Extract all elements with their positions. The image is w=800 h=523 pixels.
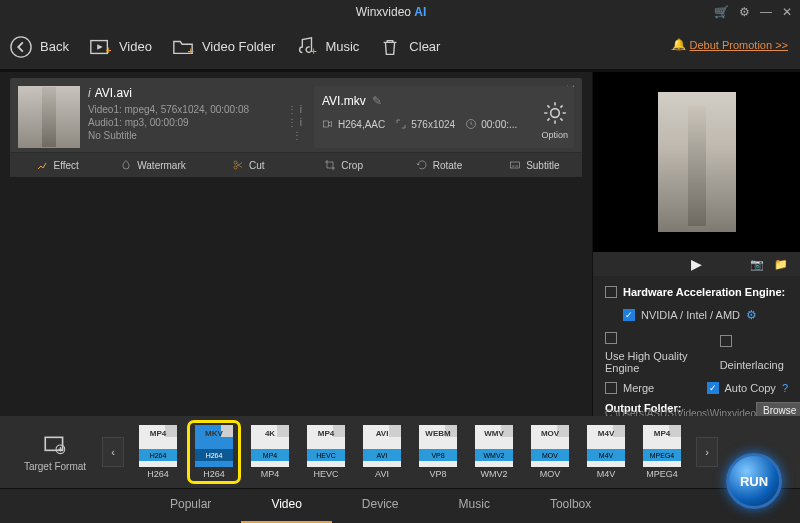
svg-rect-5 <box>324 121 329 127</box>
add-music-button[interactable]: + Music <box>295 36 359 58</box>
format-list: MP4H264H264MKVH264H2644KMP4MP4MP4HEVCHEV… <box>136 425 684 479</box>
svg-text:+: + <box>188 45 194 57</box>
title-bar: Winxvideo AI 🛒 ⚙ — ✕ <box>0 0 800 24</box>
cart-icon[interactable]: 🛒 <box>714 5 729 19</box>
deint-label: Deinterlacing <box>720 359 784 371</box>
target-format-icon <box>40 433 70 459</box>
format-mpeg4-mp4[interactable]: MP4MPEG4MPEG4 <box>640 425 684 479</box>
format-mp4-4k[interactable]: 4KMP4MP4 <box>248 425 292 479</box>
rename-icon[interactable]: ✎ <box>372 94 382 108</box>
open-folder-icon[interactable]: 📁 <box>774 258 788 271</box>
video-preview <box>593 72 800 252</box>
main-toolbar: Back + Video + Video Folder + Music Clea… <box>0 24 800 72</box>
video-label: Video <box>119 39 152 54</box>
video-folder-label: Video Folder <box>202 39 275 54</box>
subtitle-button[interactable]: Subtitle <box>487 153 582 177</box>
effect-button[interactable]: Effect <box>10 153 105 177</box>
hw-vendor-checkbox[interactable]: ✓ <box>623 309 635 321</box>
tab-device[interactable]: Device <box>332 489 429 523</box>
folder-icon: + <box>172 36 194 58</box>
bell-icon: 🔔 <box>672 38 686 51</box>
hw-accel-checkbox[interactable] <box>605 286 617 298</box>
close-button[interactable]: ✕ <box>782 5 792 19</box>
target-format-button[interactable]: Target Format <box>20 433 90 472</box>
format-h264-mp4[interactable]: MP4H264H264 <box>136 425 180 479</box>
help-icon[interactable]: ? <box>782 382 788 394</box>
edit-subtitle-icon[interactable]: ⋮ <box>292 130 302 141</box>
file-name: AVI.avi <box>95 86 132 100</box>
format-scroll-left[interactable]: ‹ <box>102 437 124 467</box>
rotate-button[interactable]: Rotate <box>391 153 486 177</box>
target-format-label: Target Format <box>20 461 90 472</box>
hq-label: Use High Quality Engine <box>605 350 720 374</box>
format-scroll-right[interactable]: › <box>696 437 718 467</box>
output-duration: 00:00:... <box>465 118 517 130</box>
codec-options-button[interactable]: Option <box>541 100 568 140</box>
svg-text:+: + <box>311 45 317 57</box>
add-video-button[interactable]: + Video <box>89 36 152 58</box>
play-icon[interactable]: ▶ <box>691 256 702 272</box>
run-button[interactable]: RUN <box>726 453 782 509</box>
tab-popular[interactable]: Popular <box>140 489 241 523</box>
file-thumbnail <box>18 86 80 148</box>
svg-point-7 <box>550 109 559 118</box>
preview-playbar: ▶ 📷 📁 <box>593 252 800 276</box>
format-bar: Target Format ‹ MP4H264H264MKVH264H2644K… <box>0 416 800 523</box>
autocopy-checkbox[interactable]: ✓ <box>707 382 719 394</box>
subtitle-info: No Subtitle <box>88 130 137 141</box>
svg-point-0 <box>11 36 31 56</box>
format-hevc-mp4[interactable]: MP4HEVCHEVC <box>304 425 348 479</box>
hw-vendor-label: NVIDIA / Intel / AMD <box>641 309 740 321</box>
edit-video-stream-icon[interactable]: ⋮ i <box>287 104 302 115</box>
tab-toolbox[interactable]: Toolbox <box>520 489 621 523</box>
video-icon: + <box>89 36 111 58</box>
crop-button[interactable]: Crop <box>296 153 391 177</box>
format-category-tabs: Popular Video Device Music Toolbox <box>0 488 800 523</box>
svg-rect-10 <box>511 162 520 168</box>
clear-button[interactable]: Clear <box>379 36 440 58</box>
hw-accel-label: Hardware Acceleration Engine: <box>623 286 785 298</box>
watermark-button[interactable]: Watermark <box>105 153 200 177</box>
format-avi-avi[interactable]: AVIAVIAVI <box>360 425 404 479</box>
snapshot-icon[interactable]: 📷 <box>750 258 764 271</box>
format-mov-mov[interactable]: MOVMOVMOV <box>528 425 572 479</box>
autocopy-label: Auto Copy <box>725 382 776 394</box>
audio-stream-info: Audio1: mp3, 00:00:09 <box>88 117 189 128</box>
tab-video[interactable]: Video <box>241 489 331 523</box>
music-icon: + <box>295 36 317 58</box>
promo-link[interactable]: 🔔 Debut Promotion >> <box>672 38 788 51</box>
edit-tools-bar: Effect Watermark Cut Crop Rotate Subtitl… <box>10 152 582 177</box>
cut-button[interactable]: Cut <box>201 153 296 177</box>
info-icon: i <box>88 86 91 100</box>
output-resolution: 576x1024 <box>395 118 455 130</box>
edit-audio-stream-icon[interactable]: ⋮ i <box>287 117 302 128</box>
music-label: Music <box>325 39 359 54</box>
back-button[interactable]: Back <box>10 36 69 58</box>
file-card[interactable]: ✕ i AVI.avi Video1: mpeg4, 576x1024, 00:… <box>10 78 582 177</box>
output-folder-path: C:\Users\ASUS\Videos\Winxvideo AI <box>605 408 756 416</box>
back-label: Back <box>40 39 69 54</box>
format-h264-mkv[interactable]: MKVH264H264 <box>192 425 236 479</box>
preview-image <box>658 92 736 232</box>
app-title: Winxvideo AI <box>68 5 714 19</box>
browse-button[interactable]: Browse <box>756 402 800 416</box>
option-label: Option <box>541 130 568 140</box>
deint-checkbox[interactable] <box>720 335 732 347</box>
format-vp8-webm[interactable]: WEBMVP8VP8 <box>416 425 460 479</box>
file-meta: i AVI.avi Video1: mpeg4, 576x1024, 00:00… <box>88 86 306 148</box>
settings-gear-icon[interactable]: ⚙ <box>739 5 750 19</box>
trash-icon <box>379 36 401 58</box>
output-filename: AVI.mkv <box>322 94 366 108</box>
hq-checkbox[interactable] <box>605 332 617 344</box>
tab-music[interactable]: Music <box>429 489 520 523</box>
format-wmv2-wmv[interactable]: WMVWMV2WMV2 <box>472 425 516 479</box>
add-video-folder-button[interactable]: + Video Folder <box>172 36 275 58</box>
preview-panel: ▶ 📷 📁 Hardware Acceleration Engine: ✓ NV… <box>592 72 800 416</box>
hw-settings-icon[interactable]: ⚙ <box>746 308 757 322</box>
format-m4v-m4v[interactable]: M4VM4VM4V <box>584 425 628 479</box>
video-stream-info: Video1: mpeg4, 576x1024, 00:00:08 <box>88 104 249 115</box>
promo-label: Debut Promotion >> <box>690 39 788 51</box>
minimize-button[interactable]: — <box>760 5 772 19</box>
merge-checkbox[interactable] <box>605 382 617 394</box>
gear-icon <box>542 100 568 126</box>
